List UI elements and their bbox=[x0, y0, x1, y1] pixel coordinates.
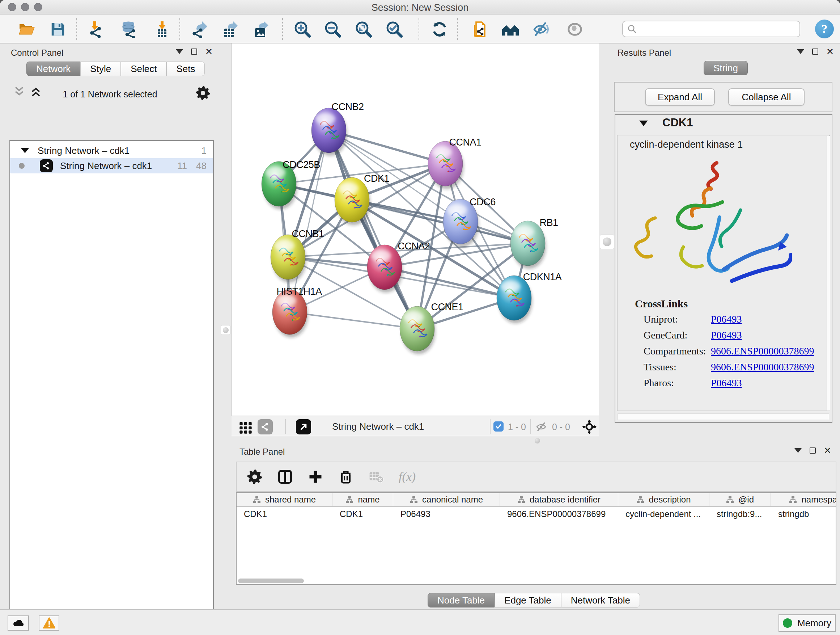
tab-sets[interactable]: Sets bbox=[166, 62, 205, 76]
left-splitter-handle[interactable] bbox=[221, 325, 231, 335]
edge-CCNB2-CCNE1[interactable] bbox=[329, 130, 417, 329]
edge-HIST1H1A-CCNE1[interactable] bbox=[290, 312, 417, 329]
network-node-CCNB1[interactable] bbox=[271, 234, 306, 282]
table-panel-title: Table Panel bbox=[240, 447, 285, 457]
horizontal-splitter[interactable] bbox=[232, 436, 840, 445]
tab-select[interactable]: Select bbox=[121, 62, 166, 76]
crosslink-link[interactable]: P06493 bbox=[711, 314, 742, 325]
network-options-button[interactable] bbox=[195, 86, 210, 102]
horizontal-splitter-handle[interactable] bbox=[535, 438, 540, 443]
open-session-button[interactable] bbox=[18, 20, 36, 38]
crosshair-icon bbox=[582, 419, 597, 434]
protein-structure-image[interactable] bbox=[633, 157, 792, 301]
tab-network-table[interactable]: Network Table bbox=[561, 593, 640, 608]
float-panel-icon[interactable] bbox=[810, 448, 816, 454]
zoom-fit-button[interactable] bbox=[355, 20, 373, 38]
toolbar-separator bbox=[76, 18, 77, 40]
network-node-CCNA2[interactable] bbox=[367, 245, 403, 293]
results-vertical-scrollbar[interactable] bbox=[827, 136, 830, 410]
zoom-selected-button[interactable] bbox=[385, 20, 403, 38]
results-horizontal-scrollbar[interactable] bbox=[617, 413, 829, 420]
open-stringapp-home-button[interactable] bbox=[501, 20, 519, 38]
network-node-CCNE1[interactable] bbox=[400, 306, 435, 354]
show-columns-button[interactable] bbox=[277, 469, 293, 485]
collection-name: String Network – cdk1 bbox=[38, 145, 129, 157]
collapse-triangle-icon[interactable] bbox=[21, 148, 29, 153]
memory-button[interactable]: Memory bbox=[778, 614, 836, 632]
crosslink-label: Tissues: bbox=[644, 361, 676, 372]
float-panel-icon[interactable] bbox=[812, 49, 818, 55]
network-node-CDKN1A[interactable] bbox=[497, 276, 532, 323]
left-splitter[interactable] bbox=[220, 43, 232, 609]
tab-style[interactable]: Style bbox=[80, 62, 121, 76]
network-node-CCNA1[interactable] bbox=[428, 141, 463, 189]
import-network-from-database-button[interactable] bbox=[119, 20, 137, 38]
export-network-button[interactable] bbox=[190, 20, 208, 38]
column-header-namespace[interactable]: namespace bbox=[771, 493, 836, 506]
edge-CCNB2-HIST1H1A[interactable] bbox=[290, 130, 329, 312]
birds-eye-view-button[interactable] bbox=[237, 418, 255, 437]
node-label-CDK1: CDK1 bbox=[364, 173, 389, 184]
export-table-icon bbox=[221, 21, 239, 38]
collapse-gene-icon[interactable] bbox=[639, 120, 648, 126]
network-canvas[interactable]: CCNB2CCNA1CDC25BCDK1CDC6RB1CCNB1CCNA2CDK… bbox=[232, 43, 599, 416]
crosslink-link[interactable]: 9606.ENSP00000378699 bbox=[711, 345, 814, 357]
zoom-out-button[interactable] bbox=[324, 20, 342, 38]
table-row[interactable]: CDK1CDK1P064939606.ENSP00000378699cyclin… bbox=[237, 507, 836, 521]
crosslink-link[interactable]: P06493 bbox=[711, 377, 742, 389]
import-network-button[interactable] bbox=[86, 20, 104, 38]
column-header-database-identifier[interactable]: database identifier bbox=[500, 493, 618, 506]
panel-menu-icon[interactable] bbox=[794, 448, 802, 453]
show-graphics-details-button[interactable] bbox=[566, 20, 584, 38]
search-input[interactable] bbox=[637, 24, 789, 35]
right-splitter-handle[interactable] bbox=[600, 234, 614, 249]
open-in-browser-button[interactable] bbox=[296, 419, 311, 434]
tab-string[interactable]: String bbox=[704, 61, 748, 75]
import-table-button[interactable] bbox=[153, 20, 171, 38]
column-header-description[interactable]: description bbox=[618, 493, 709, 506]
column-header-@id[interactable]: @id bbox=[709, 493, 771, 506]
selected-checkbox[interactable] bbox=[493, 421, 504, 432]
network-row[interactable]: String Network – cdk1 11 48 bbox=[10, 158, 213, 173]
search-field[interactable] bbox=[622, 21, 800, 37]
save-session-button[interactable] bbox=[49, 20, 67, 38]
eye-slash-icon bbox=[532, 21, 550, 38]
tab-network[interactable]: Network bbox=[27, 62, 80, 76]
expand-all-button[interactable]: Expand All bbox=[645, 88, 715, 106]
close-panel-icon[interactable]: ✕ bbox=[205, 49, 213, 55]
close-panel-icon[interactable]: ✕ bbox=[824, 448, 831, 454]
fit-selected-button[interactable] bbox=[582, 419, 597, 436]
delete-column-button[interactable] bbox=[338, 469, 354, 485]
column-header-shared-name[interactable]: shared name bbox=[237, 493, 332, 506]
panel-menu-icon[interactable] bbox=[176, 49, 183, 54]
node-label-CDC25B: CDC25B bbox=[283, 159, 320, 170]
warnings-button[interactable] bbox=[39, 616, 59, 631]
export-image-button[interactable] bbox=[252, 20, 270, 38]
network-node-CDK1[interactable] bbox=[335, 177, 370, 225]
collapse-all-button[interactable]: Collapse All bbox=[728, 88, 805, 106]
crosslink-link[interactable]: P06493 bbox=[711, 329, 742, 341]
table-horizontal-scrollbar[interactable] bbox=[238, 578, 304, 583]
column-header-canonical-name[interactable]: canonical name bbox=[393, 493, 500, 506]
string-style-button[interactable] bbox=[257, 419, 273, 434]
tab-node-table[interactable]: Node Table bbox=[428, 593, 494, 608]
network-node-CCNB2[interactable] bbox=[311, 108, 347, 156]
refresh-view-button[interactable] bbox=[431, 20, 448, 38]
hide-graphics-button[interactable] bbox=[532, 20, 550, 38]
crosslink-link[interactable]: 9606.ENSP00000378699 bbox=[711, 361, 814, 373]
tab-edge-table[interactable]: Edge Table bbox=[494, 593, 561, 608]
float-panel-icon[interactable] bbox=[191, 49, 197, 55]
export-network-to-file-button[interactable] bbox=[471, 20, 489, 38]
right-splitter[interactable] bbox=[599, 43, 616, 445]
table-options-button[interactable] bbox=[247, 469, 263, 485]
help-button[interactable]: ? bbox=[815, 19, 834, 38]
add-column-button[interactable] bbox=[308, 469, 324, 485]
cloud-button[interactable] bbox=[8, 616, 29, 631]
zoom-in-button[interactable] bbox=[294, 20, 311, 38]
panel-menu-icon[interactable] bbox=[797, 49, 804, 54]
network-collection-row[interactable]: String Network – cdk1 1 bbox=[10, 143, 213, 158]
crosslink-label: Pharos: bbox=[644, 377, 674, 388]
column-header-name[interactable]: name bbox=[332, 493, 393, 506]
close-panel-icon[interactable]: ✕ bbox=[826, 49, 834, 55]
export-table-button[interactable] bbox=[221, 20, 239, 38]
